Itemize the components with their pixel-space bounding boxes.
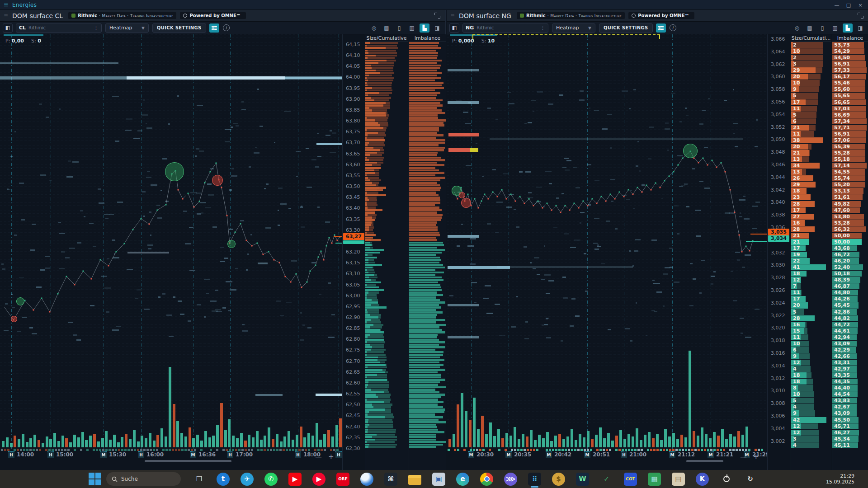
dom-imbalance-row[interactable]: 44,54 xyxy=(832,391,868,398)
check-app-icon[interactable]: ✓ xyxy=(600,473,613,486)
dom-imbalance-row[interactable]: 43,68 xyxy=(832,245,868,252)
dom-size-row[interactable]: 18 xyxy=(791,188,831,194)
dom-imbalance-row[interactable]: 57,14 xyxy=(832,163,868,169)
split-panel-icon[interactable]: ◨ xyxy=(432,23,442,33)
kraken-app-icon[interactable]: K xyxy=(696,473,709,486)
youtube-music-icon[interactable]: ▶ xyxy=(312,473,326,486)
dom-size-row[interactable]: 26 xyxy=(791,175,831,182)
chart-ng[interactable]: P: 0,000S: 10M20:30M20:35M20:42M20:51H21… xyxy=(447,34,767,470)
horizontal-scrollbar[interactable] xyxy=(686,460,723,462)
dom-size-row[interactable]: 2 xyxy=(791,42,831,48)
whatsapp-icon[interactable]: ✆ xyxy=(264,473,278,486)
dom-imbalance-row[interactable]: 56,91 xyxy=(832,61,868,67)
zoom-in-button[interactable]: + xyxy=(753,453,759,461)
dom-imbalance-row[interactable]: 44,40 xyxy=(832,385,868,391)
dom-imbalance-row[interactable]: 46,72 xyxy=(832,252,868,258)
dom-imbalance-row[interactable]: 49,82 xyxy=(832,201,868,207)
dom-imbalance-row[interactable]: 44,26 xyxy=(832,296,868,302)
cot-app-icon[interactable]: COT xyxy=(624,473,637,486)
dom-imbalance-row[interactable]: 45,45 xyxy=(832,302,868,309)
dom-size-row[interactable]: 15 xyxy=(791,328,831,334)
dom-imbalance-row[interactable]: 46,20 xyxy=(832,258,868,264)
dom-size-row[interactable]: 9 xyxy=(791,410,831,417)
telegram-icon[interactable]: ✈ xyxy=(241,473,254,486)
dom-size-row[interactable]: 28 xyxy=(791,201,831,207)
dom-size-row[interactable]: 5 xyxy=(791,93,831,99)
dom-size-row[interactable]: 6 xyxy=(791,118,831,125)
dom-imbalance-row[interactable]: 56,32 xyxy=(832,226,868,233)
sliders-settings-button[interactable] xyxy=(209,23,219,33)
dom-imbalance-row[interactable]: 53,80 xyxy=(832,214,868,220)
dom-imbalance-row[interactable]: 43,09 xyxy=(832,410,868,417)
dom-size-row[interactable]: 21 xyxy=(791,150,831,156)
dom-view-icon[interactable]: ▙ xyxy=(420,23,429,33)
quick-settings-button[interactable]: QUICK SETTINGS xyxy=(152,23,206,33)
dom-size-row[interactable]: 12 xyxy=(791,430,831,436)
dom-size-row[interactable]: 20 xyxy=(791,144,831,150)
panel-menu-icon[interactable]: ≡ xyxy=(450,13,455,19)
dom-imbalance-row[interactable]: 43,35 xyxy=(832,372,868,379)
dom-imbalance-row[interactable]: 55,65 xyxy=(832,93,868,99)
dom-imbalance-row[interactable]: 53,13 xyxy=(832,188,868,194)
dom-imbalance-row[interactable]: 42,29 xyxy=(832,347,868,353)
dom-imbalance-row[interactable]: 56,65 xyxy=(832,99,868,106)
google-earth-icon[interactable] xyxy=(360,473,373,486)
dom-size-row[interactable]: 12 xyxy=(791,277,831,283)
dom-imbalance-row[interactable]: 45,50 xyxy=(832,417,868,423)
dom-size-row[interactable]: 10 xyxy=(791,80,831,86)
keyboard-tool-icon[interactable]: ▤ xyxy=(382,23,392,33)
task-view-icon[interactable]: ❐ xyxy=(193,473,206,486)
dom-imbalance-row[interactable]: 55,60 xyxy=(832,86,868,93)
info-icon[interactable]: i xyxy=(223,24,230,31)
dom-size-row[interactable]: 5 xyxy=(791,112,831,118)
coins-app-icon[interactable]: $ xyxy=(552,473,565,486)
maximize-button[interactable]: □ xyxy=(843,0,854,10)
dom-size-row[interactable]: 38 xyxy=(791,137,831,144)
dom-imbalance-row[interactable]: 42,94 xyxy=(832,334,868,341)
search-box[interactable]: Suche xyxy=(106,472,181,486)
dom-imbalance-row[interactable]: 54,50 xyxy=(832,55,868,61)
split-panel-icon[interactable]: ◨ xyxy=(855,23,865,33)
dom-size-row[interactable]: 20 xyxy=(791,302,831,309)
mouse-tool-icon[interactable]: ▯ xyxy=(394,23,404,33)
dom-imbalance-row[interactable]: 55,46 xyxy=(832,80,868,86)
dom-imbalance-row[interactable]: 52,40 xyxy=(832,264,868,271)
notes-app-icon[interactable]: ▤ xyxy=(672,473,685,486)
dom-size-row[interactable]: 11 xyxy=(791,106,831,112)
dom-imbalance-row[interactable]: 57,03 xyxy=(832,106,868,112)
fullscreen-icon[interactable] xyxy=(434,13,440,19)
symbol-menu-icon[interactable]: ⋮ xyxy=(540,25,545,31)
dom-size-row[interactable]: 12 xyxy=(791,360,831,366)
dom-size-row[interactable]: 11 xyxy=(791,334,831,341)
remote-desktop-icon[interactable]: ▣ xyxy=(432,473,445,486)
dom-imbalance-row[interactable]: 44,72 xyxy=(832,322,868,328)
dom-imbalance-row[interactable]: 43,09 xyxy=(832,341,868,347)
dom-size-row[interactable]: 8 xyxy=(791,385,831,391)
dom-imbalance-row[interactable]: 44,35 xyxy=(832,379,868,385)
dom-imbalance-row[interactable] xyxy=(409,446,446,449)
dom-size-row[interactable]: 13 xyxy=(791,169,831,175)
dom-imbalance-row[interactable]: 45,71 xyxy=(832,423,868,430)
dom-size-row[interactable]: 10 xyxy=(791,341,831,347)
dom-imbalance-row[interactable]: 50,00 xyxy=(832,233,868,239)
dom-imbalance-row[interactable]: 48,39 xyxy=(832,277,868,283)
columns-tool-icon[interactable]: ▥ xyxy=(830,23,840,33)
code-app-icon[interactable]: ⌘ xyxy=(384,473,397,486)
dom-size-row[interactable]: 17 xyxy=(791,296,831,302)
price-axis-cl[interactable]: 64,1564,1064,0564,0063,9563,9063,8563,80… xyxy=(342,34,365,470)
minimize-button[interactable]: — xyxy=(831,0,843,10)
dom-size-row[interactable]: 42 xyxy=(791,417,831,423)
dom-imbalance-row[interactable]: 44,82 xyxy=(832,315,868,322)
symbol-menu-icon[interactable]: ⋮ xyxy=(94,25,99,31)
dom-size-row[interactable]: 41 xyxy=(791,264,831,271)
dom-size-row[interactable]: 9 xyxy=(791,353,831,360)
wave-app-icon[interactable]: ⋙ xyxy=(504,473,517,486)
info-icon[interactable]: i xyxy=(670,24,676,31)
dom-imbalance-row[interactable]: 55,39 xyxy=(832,144,868,150)
dom-size-row[interactable]: 17 xyxy=(791,207,831,214)
dom-size-row[interactable]: 21 xyxy=(791,239,831,245)
horizontal-scrollbar[interactable] xyxy=(145,460,231,462)
dom-imbalance-row[interactable]: 54,29 xyxy=(832,48,868,55)
dom-size-row[interactable]: 5 xyxy=(791,309,831,315)
quick-settings-button[interactable]: QUICK SETTINGS xyxy=(599,23,653,33)
